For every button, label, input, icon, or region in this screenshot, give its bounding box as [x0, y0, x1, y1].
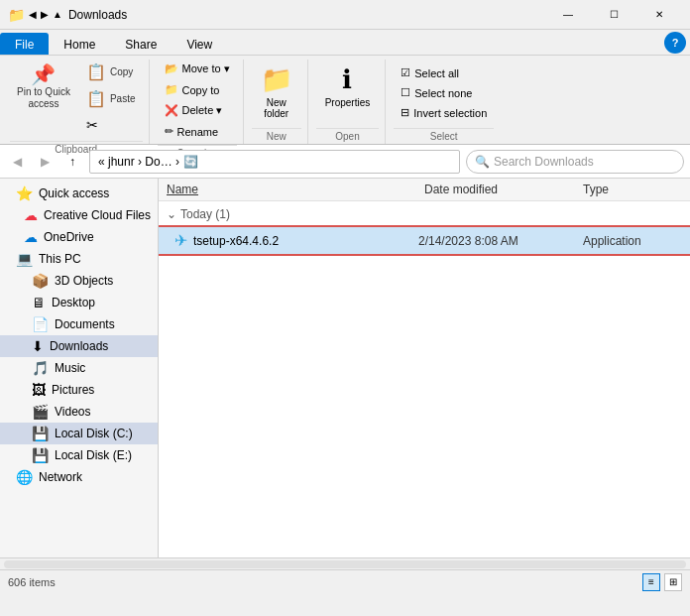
rename-button[interactable]: ✏ Rename — [158, 122, 237, 141]
paste-button[interactable]: 📋 Paste — [79, 86, 143, 112]
tab-share[interactable]: Share — [110, 33, 172, 55]
onedrive-icon: ☁ — [24, 229, 38, 245]
scroll-track[interactable] — [4, 560, 686, 568]
pictures-label: Pictures — [52, 383, 94, 397]
up-button[interactable]: ↑ — [61, 151, 83, 173]
pin-icon: 📌 — [31, 64, 56, 84]
sidebar-item-downloads[interactable]: ⬇Downloads — [0, 335, 158, 357]
local-disk-c-label: Local Disk (C:) — [55, 427, 133, 440]
back-icon: ◀ — [29, 9, 37, 20]
sidebar-item-3d-objects[interactable]: 📦3D Objects — [0, 270, 158, 292]
sidebar-item-local-disk-e[interactable]: 💾Local Disk (E:) — [0, 444, 158, 466]
move-to-button[interactable]: 📂 Move to ▾ — [158, 60, 237, 78]
network-icon: 🌐 — [16, 469, 33, 485]
file-icon: ✈ — [174, 231, 187, 250]
sidebar-item-music[interactable]: 🎵Music — [0, 357, 158, 379]
copy-to-label: Copy to — [182, 84, 220, 96]
refresh-button[interactable]: 🔄 — [183, 155, 198, 169]
new-folder-button[interactable]: 📁 Newfolder — [252, 60, 301, 124]
tab-view[interactable]: View — [172, 33, 227, 55]
file-type: Application — [583, 234, 682, 248]
forward-button[interactable]: ▶ — [34, 151, 56, 173]
column-headers[interactable]: Name Date modified Type — [159, 179, 690, 201]
minimize-button[interactable]: — — [545, 0, 591, 30]
col-name[interactable]: Name — [167, 183, 424, 196]
horizontal-scrollbar[interactable] — [0, 557, 690, 569]
paste-label: Paste — [110, 93, 136, 105]
select-none-button[interactable]: ☐ Select none — [394, 83, 494, 102]
sidebar-item-documents[interactable]: 📄Documents — [0, 313, 158, 335]
select-none-icon: ☐ — [401, 86, 410, 99]
creative-cloud-icon: ☁ — [24, 207, 38, 223]
close-button[interactable]: ✕ — [636, 0, 682, 30]
ribbon: 📌 Pin to Quickaccess 📋 Copy 📋 Paste ✂ Cl… — [0, 56, 690, 145]
ribbon-tabs: File Home Share View ? — [0, 30, 690, 56]
copy-to-button[interactable]: 📁 Copy to — [158, 80, 237, 99]
move-label: Move to ▾ — [182, 62, 230, 75]
sidebar-item-network[interactable]: 🌐Network — [0, 466, 158, 488]
sidebar-item-videos[interactable]: 🎬Videos — [0, 401, 158, 423]
move-icon: 📂 — [165, 62, 178, 75]
properties-label: Properties — [325, 97, 371, 108]
documents-icon: 📄 — [32, 316, 49, 332]
new-folder-label: Newfolder — [264, 97, 288, 119]
pictures-icon: 🖼 — [32, 382, 46, 398]
folder-icon: 📁 — [8, 7, 25, 23]
sidebar-item-pictures[interactable]: 🖼Pictures — [0, 379, 158, 401]
sidebar-item-local-disk-c[interactable]: 💾Local Disk (C:) — [0, 423, 158, 444]
properties-button[interactable]: ℹ Properties — [316, 60, 380, 113]
tab-file[interactable]: File — [0, 33, 49, 55]
window-controls[interactable]: — ☐ ✕ — [545, 0, 682, 30]
group-header: ⌄ Today (1) — [159, 201, 690, 227]
path-text: « jhunr › Do… › — [98, 155, 179, 169]
music-icon: 🎵 — [32, 360, 49, 376]
sidebar-item-this-pc[interactable]: 💻This PC — [0, 248, 158, 270]
main-layout: ⭐Quick access☁Creative Cloud Files☁OneDr… — [0, 179, 690, 557]
large-icons-view-button[interactable]: ⊞ — [664, 573, 682, 591]
select-col: ☑ Select all ☐ Select none ⊟ Invert sele… — [394, 60, 494, 122]
col-date[interactable]: Date modified — [424, 183, 583, 196]
videos-label: Videos — [55, 405, 90, 419]
back-button[interactable]: ◀ — [6, 151, 28, 173]
help-button[interactable]: ? — [664, 32, 686, 54]
search-box[interactable]: 🔍 Search Downloads — [466, 150, 684, 174]
table-row[interactable]: ✈tsetup-x64.4.6.22/14/2023 8:08 AMApplic… — [159, 227, 690, 254]
file-date: 2/14/2023 8:08 AM — [418, 234, 577, 248]
ribbon-group-open: ℹ Properties Open — [310, 60, 387, 144]
open-buttons: ℹ Properties — [316, 60, 380, 128]
sidebar-item-onedrive[interactable]: ☁OneDrive — [0, 226, 158, 248]
documents-label: Documents — [55, 317, 115, 331]
pin-label: Pin to Quickaccess — [17, 86, 70, 110]
maximize-button[interactable]: ☐ — [591, 0, 636, 30]
downloads-icon: ⬇ — [32, 338, 44, 354]
sidebar-item-desktop[interactable]: 🖥Desktop — [0, 292, 158, 313]
invert-icon: ⊟ — [401, 106, 409, 119]
local-disk-c-icon: 💾 — [32, 426, 49, 441]
tab-home[interactable]: Home — [49, 33, 110, 55]
3d-objects-icon: 📦 — [32, 273, 49, 289]
copy-to-icon: 📁 — [165, 83, 178, 96]
ribbon-group-select: ☑ Select all ☐ Select none ⊟ Invert sele… — [388, 60, 500, 144]
invert-selection-button[interactable]: ⊟ Invert selection — [394, 103, 494, 122]
delete-button[interactable]: ❌ Delete ▾ — [158, 101, 237, 120]
cut-button[interactable]: ✂ — [79, 113, 143, 137]
up-icon: ▲ — [53, 9, 62, 20]
address-path[interactable]: « jhunr › Do… › 🔄 — [89, 150, 460, 174]
sidebar-item-creative-cloud[interactable]: ☁Creative Cloud Files — [0, 204, 158, 226]
select-all-button[interactable]: ☑ Select all — [394, 63, 494, 82]
forward-icon: ▶ — [41, 9, 49, 20]
files-list: ✈tsetup-x64.4.6.22/14/2023 8:08 AMApplic… — [159, 227, 690, 254]
details-view-button[interactable]: ≡ — [642, 573, 660, 591]
select-label: Select — [394, 128, 494, 144]
copy-button[interactable]: 📋 Copy — [79, 60, 143, 85]
pin-quick-access-button[interactable]: 📌 Pin to Quickaccess — [10, 60, 77, 115]
delete-icon: ❌ — [165, 104, 178, 117]
title-bar-icons: 📁 ◀ ▶ ▲ — [8, 7, 62, 23]
sidebar-item-quick-access[interactable]: ⭐Quick access — [0, 183, 158, 204]
new-folder-icon: 📁 — [261, 64, 292, 95]
local-disk-e-icon: 💾 — [32, 447, 49, 463]
col-type[interactable]: Type — [583, 183, 682, 196]
onedrive-label: OneDrive — [44, 230, 94, 244]
desktop-icon: 🖥 — [32, 295, 46, 310]
organize-col: 📂 Move to ▾ 📁 Copy to ❌ Delete ▾ ✏ Renam… — [158, 60, 237, 141]
